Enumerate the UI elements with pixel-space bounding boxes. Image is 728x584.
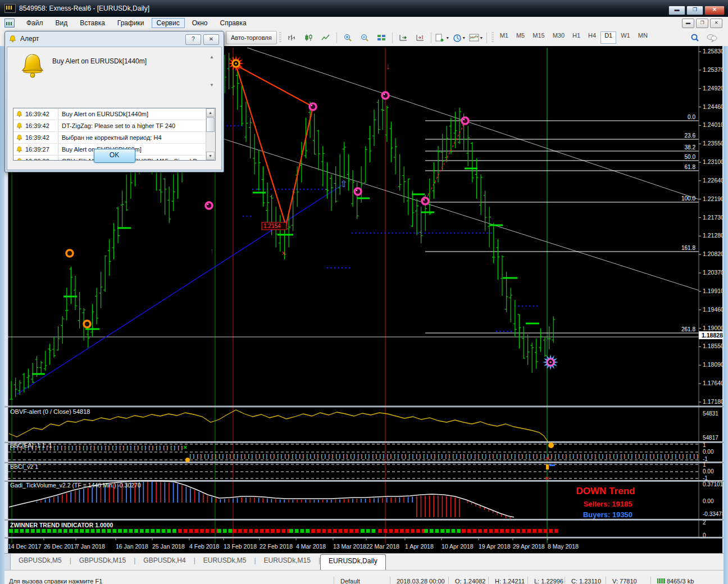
window-close-button[interactable]: ✕ [704,6,725,15]
message-scroll-down-icon[interactable]: ▼ [208,82,216,89]
tab-EURUSDk,M5[interactable]: EURUSDk,M5 [195,554,254,570]
svg-text:[]: [] [133,445,139,451]
scroll-thumb[interactable] [206,117,215,132]
window-minimize-button[interactable]: ▬ [668,6,685,15]
svg-text:[]: [] [320,453,326,459]
ok-button[interactable]: OK [94,149,135,163]
autotrading-button[interactable]: Авто-торговля [226,31,277,44]
toolbar-drag-handle[interactable] [279,32,281,43]
svg-text:[]: [] [437,453,443,459]
svg-text:1.19910: 1.19910 [703,288,724,294]
svg-text:25 Jan 2018: 25 Jan 2018 [152,543,185,550]
alert-dialog: Алерт ? ✕ Buy Alert on EURUSDk[1440m] ▲ … [4,31,224,172]
svg-text:1.24010: 1.24010 [703,121,724,128]
timeframe-H1[interactable]: H1 [569,32,584,43]
svg-text:[]: [] [510,453,516,459]
svg-text:100.0: 100.0 [681,195,695,202]
svg-text:[]: [] [371,453,377,459]
chat-icon[interactable] [703,31,720,44]
svg-text:[]: [] [155,445,161,451]
svg-text:[]: [] [284,453,290,459]
chart-tabs-bar: GBPUSDk,M5|GBPUSDk,M15|GBPUSDk,H4|EURUSD… [4,553,724,571]
status-cell: O: 1.24082 [455,578,485,584]
timeframe-H4[interactable]: H4 [585,32,599,43]
indicators-icon[interactable]: ▾ [467,31,484,44]
child-close-button[interactable]: ✕ [710,19,722,28]
menu-Сервис[interactable]: Сервис [152,18,185,28]
tab-GBPUSDk,M5[interactable]: GBPUSDk,M5 [11,554,70,570]
svg-text:[]: [] [532,453,538,459]
menu-Графики[interactable]: Графики [112,18,149,28]
svg-text:[]: [] [576,453,582,459]
svg-text:[]: [] [89,445,95,451]
svg-text:29 Apr 2018: 29 Apr 2018 [513,543,545,550]
svg-text:[]: [] [474,453,480,459]
bar-chart-icon[interactable] [284,31,301,44]
alert-row[interactable]: 16:39:42Выбран не корректный период: H4 [13,132,215,144]
menu-Окно[interactable]: Окно [187,18,213,28]
window-maximize-button[interactable]: ❐ [686,6,703,15]
timeframe-M30[interactable]: M30 [549,32,568,43]
timeframe-M5[interactable]: M5 [513,32,528,43]
svg-text:54831: 54831 [703,410,718,417]
svg-text:[]: [] [452,453,458,459]
svg-text:[]: [] [539,453,545,459]
dialog-help-button[interactable]: ? [185,34,201,45]
bell-icon [16,134,23,142]
period-icon[interactable]: ▾ [451,31,467,44]
alert-row[interactable]: 16:39:42Buy Alert on EURUSDk[1440m] [13,108,215,120]
svg-text:1: 1 [703,442,706,448]
toolbar-drag-handle[interactable] [492,32,494,43]
svg-text:1.20820: 1.20820 [703,250,724,257]
svg-text:[]: [] [67,445,74,451]
svg-text:[]: [] [663,453,670,459]
tab-GBPUSDk,M15[interactable]: GBPUSDk,M15 [71,554,134,570]
svg-text:[]: [] [393,453,399,459]
tab-GBPUSDk,H4[interactable]: GBPUSDk,H4 [135,554,193,570]
tab-EURUSDk,Daily[interactable]: EURUSDk,Daily [320,554,386,571]
svg-text:[]: [] [140,445,147,451]
message-scroll-up-icon[interactable]: ▲ [208,54,216,61]
timeframe-M1[interactable]: M1 [497,32,512,43]
svg-text:1.21280: 1.21280 [703,232,724,239]
svg-text:[]: [] [196,453,202,459]
tile-windows-icon[interactable] [373,31,390,44]
scroll-down-icon[interactable]: ▼ [206,152,215,160]
status-bar: Для вызова справки нажмите F1 Default201… [4,571,724,584]
new-order-icon[interactable]: ▾ [434,31,451,44]
child-restore-button[interactable]: ❐ [696,19,708,28]
alert-dialog-titlebar[interactable]: Алерт ? ✕ [5,31,224,46]
tab-EURUSDk,M15[interactable]: EURUSDk,M15 [256,554,319,570]
svg-text:[]: [] [148,445,154,451]
menu-Вставка[interactable]: Вставка [75,18,110,28]
zoom-out-icon[interactable] [356,31,373,44]
autoscroll-icon[interactable] [395,31,412,44]
timeframe-M15[interactable]: M15 [529,32,548,43]
timeframe-D1[interactable]: D1 [600,31,616,44]
dialog-close-button[interactable]: ✕ [203,34,219,45]
svg-text:23.6: 23.6 [685,133,696,139]
zoom-in-icon[interactable] [339,31,356,44]
scroll-up-icon[interactable]: ▲ [206,108,215,117]
svg-text:[]: [] [170,445,176,451]
alert-row[interactable]: 16:39:42DT-ZigZag: Please set to a highe… [13,120,215,132]
alert-dialog-title: Алерт [20,35,39,43]
timeframe-W1[interactable]: W1 [617,32,634,43]
svg-text:✕: ✕ [183,445,188,450]
line-chart-icon[interactable] [317,31,334,44]
svg-text:DOWN Trend: DOWN Trend [576,486,635,496]
search-icon[interactable] [686,31,703,44]
menu-Справка[interactable]: Справка [215,18,252,28]
chart-shift-icon[interactable] [412,31,429,44]
svg-text:[]: [] [233,453,239,459]
tab-scroll-button[interactable] [4,554,11,570]
timeframe-MN[interactable]: MN [635,32,651,43]
menu-Файл[interactable]: Файл [21,18,48,28]
candlestick-icon[interactable] [301,31,317,44]
svg-text:22 Mar 2018: 22 Mar 2018 [366,543,399,550]
alert-list-scrollbar[interactable]: ▲ ▼ [206,108,215,160]
menu-Вид[interactable]: Вид [51,18,73,28]
child-minimize-button[interactable]: ▬ [682,19,694,28]
svg-text:[]: [] [649,453,655,459]
svg-text:50.0: 50.0 [685,154,696,160]
